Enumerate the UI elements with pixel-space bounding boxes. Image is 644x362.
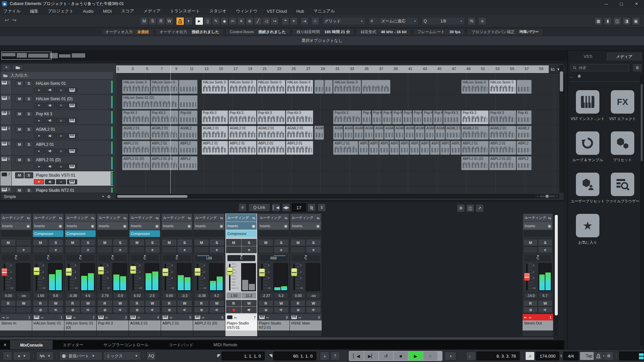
mixer-nav-prevnext-icon[interactable]: ◀▶: [282, 203, 290, 212]
strip-solo-button[interactable]: S: [177, 239, 192, 246]
close-lower-zone-icon[interactable]: ✕: [0, 343, 10, 349]
write-automation-button[interactable]: W: [274, 300, 289, 306]
glue-tool[interactable]: ◆: [220, 17, 228, 25]
inserts-rack-header[interactable]: Inserts▣: [65, 222, 96, 230]
mixer-vertical-scrollbar[interactable]: [554, 214, 558, 336]
midi-part[interactable]: Pop Kit 3: [489, 110, 516, 124]
mixer-strip-halion-sonic-01[interactable]: ルーティング⇆Inserts▣CompressorMSeC605001.608.…: [32, 214, 64, 336]
pan-control[interactable]: C: [292, 255, 320, 261]
strip-solo-button[interactable]: S: [241, 239, 257, 246]
routing-rack-header[interactable]: ルーティング⇆: [194, 214, 224, 222]
automation-w-button[interactable]: W: [165, 17, 173, 25]
home-icon[interactable]: [577, 74, 581, 79]
midi-part[interactable]: Pop Kit: [392, 110, 402, 124]
track-edit-button[interactable]: e: [56, 148, 66, 154]
volume-fader[interactable]: 60500: [98, 263, 111, 291]
track-row-5[interactable]: 5MSABPL2 01●e: [0, 140, 113, 156]
strip-edit-button[interactable]: e: [538, 246, 552, 253]
left-locator-display[interactable]: 1. 1. 1. 0: [222, 352, 265, 360]
track-monitor-button[interactable]: [45, 179, 55, 184]
inserts-rack-header[interactable]: Inserts▣: [162, 222, 192, 230]
volume-fader[interactable]: 60500: [195, 263, 208, 291]
strip-mute-button[interactable]: M: [65, 239, 80, 246]
strip-mute-button[interactable]: M: [129, 239, 145, 246]
track-edit-button[interactable]: e: [56, 118, 66, 123]
midi-part[interactable]: [179, 95, 197, 109]
lower-tab-コードパッド[interactable]: コードパッド: [159, 341, 203, 349]
redo-icon[interactable]: ↪: [12, 17, 17, 23]
midi-part[interactable]: ABPL2: [399, 141, 409, 155]
routing-rack-header[interactable]: ルーティング⇆: [523, 214, 552, 222]
routing-rack-header[interactable]: ルーティング⇆: [290, 214, 321, 222]
midi-part[interactable]: Pop Kit: [372, 110, 382, 124]
grid-mode-select[interactable]: #ズームに適応▼: [368, 17, 419, 25]
midi-part[interactable]: Pop Ki: [517, 110, 532, 124]
footer-gear-icon[interactable]: ⚙: [107, 194, 111, 199]
strip-solo-button[interactable]: S: [209, 239, 224, 246]
snap-icon[interactable]: ✛: [311, 17, 319, 25]
pan-control[interactable]: C: [34, 255, 62, 261]
track-instrument-button[interactable]: [67, 133, 77, 138]
read-automation-button[interactable]: R: [65, 300, 80, 306]
write-automation-button[interactable]: W: [209, 300, 224, 306]
strip-solo-button[interactable]: S: [145, 239, 160, 246]
quantize-edit-icon[interactable]: e: [478, 17, 486, 25]
menu-item-マニュアル[interactable]: マニュアル: [313, 8, 335, 14]
results-list-icon[interactable]: ≣: [633, 64, 642, 71]
track-instrument-button[interactable]: [67, 103, 77, 108]
strip-monitor-button[interactable]: [274, 307, 289, 313]
write-automation-button[interactable]: W: [80, 300, 96, 306]
midi-part[interactable]: ABPL2 01: [286, 141, 313, 155]
track-edit-button[interactable]: e: [56, 87, 66, 93]
fader-cap[interactable]: [162, 268, 168, 276]
midi-part[interactable]: ABPL2: [410, 141, 419, 155]
routing-rack-header[interactable]: ルーティング⇆: [97, 214, 128, 222]
track-record-enable-button[interactable]: ●: [34, 118, 44, 123]
strip-record-button[interactable]: [97, 307, 112, 313]
track-edit-button[interactable]: e: [56, 133, 66, 138]
line-tool[interactable]: ╱: [254, 17, 262, 25]
strip-monitor-button[interactable]: [538, 307, 552, 313]
midi-part[interactable]: AGML2: [364, 126, 374, 140]
mixer-nav-first-icon[interactable]: ▏◀: [272, 203, 280, 212]
timeline-ruler[interactable]: 1357911131517192123252729313335373941434…: [116, 65, 549, 73]
fader-cap[interactable]: [130, 266, 136, 274]
draw-tool[interactable]: ✎: [212, 17, 220, 25]
midi-mix-mode-select[interactable]: ミックス▼: [103, 352, 141, 360]
midi-part[interactable]: HALion Sonic 0: [151, 80, 179, 94]
midi-part[interactable]: HALion Sonic 0: [489, 80, 516, 94]
inserts-rack-header[interactable]: Inserts▣: [290, 222, 321, 230]
fader-cap[interactable]: [66, 268, 72, 276]
close-button[interactable]: ✕: [629, 0, 644, 7]
fader-cap[interactable]: [98, 266, 104, 275]
volume-fader[interactable]: 60500: [291, 263, 305, 291]
peak-value[interactable]: -0.9: [113, 293, 127, 298]
midi-part[interactable]: AGML2: [425, 126, 435, 140]
strip-monitor-button[interactable]: [241, 307, 257, 313]
auto-quantize-arrow-icon[interactable]: ▼: [184, 17, 193, 25]
inserts-rack-header[interactable]: Inserts▣: [258, 222, 289, 230]
track-monitor-button[interactable]: [45, 148, 55, 154]
footer-dropdown-icon[interactable]: ▼: [102, 195, 104, 198]
track-solo-button[interactable]: S: [24, 111, 33, 117]
automation-m-button[interactable]: M: [140, 17, 148, 25]
midi-part[interactable]: ABPL2 01: [122, 141, 150, 155]
write-automation-button[interactable]: W: [16, 300, 31, 306]
volume-value[interactable]: 2.79: [98, 293, 112, 298]
read-automation-button[interactable]: R: [162, 300, 177, 306]
strip-monitor-button[interactable]: [306, 307, 321, 313]
play-tool[interactable]: ◁: [262, 17, 270, 25]
peak-value[interactable]: 8.8: [49, 293, 63, 298]
peak-value[interactable]: -3.3: [177, 293, 192, 298]
mixer-strip-pop-kit-3[interactable]: ルーティング⇆Inserts▣MSeC605002.79-0.9RW∞3Pop …: [97, 214, 129, 336]
volume-fader[interactable]: 60500: [162, 263, 176, 291]
quantize-select[interactable]: Q1/8▼: [421, 17, 465, 25]
fader-cap[interactable]: [291, 268, 297, 276]
midi-part[interactable]: HALion Sonic 0: [228, 80, 257, 94]
media-tile-favorite[interactable]: ★: [576, 214, 599, 237]
tempo-spinner[interactable]: ▲▼: [560, 354, 562, 358]
track-monitor-button[interactable]: [45, 87, 55, 93]
midi-part[interactable]: [517, 80, 532, 94]
midi-part[interactable]: [314, 80, 324, 94]
project-overview-strip[interactable]: [0, 50, 644, 61]
